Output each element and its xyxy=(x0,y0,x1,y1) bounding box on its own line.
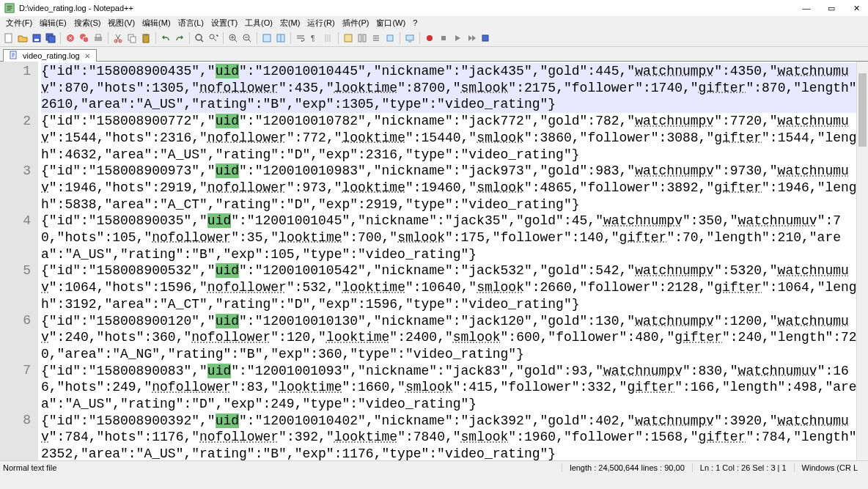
menu-item[interactable]: 语言(L) xyxy=(175,18,207,29)
record-macro-icon[interactable] xyxy=(424,32,435,44)
code-line[interactable]: {"id":"158008900435","uid":"120010010445… xyxy=(41,63,868,113)
menu-item[interactable]: 宏(M) xyxy=(277,18,304,29)
code-line[interactable]: {"id":"158008900772","uid":"120010010782… xyxy=(41,113,868,163)
close-all-icon[interactable] xyxy=(78,32,90,44)
code-line[interactable]: {"id":"158008900392","uid":"120010010402… xyxy=(41,413,868,460)
func-list-icon[interactable] xyxy=(370,32,382,44)
tab-file-icon xyxy=(10,51,18,61)
menu-item[interactable]: 编辑(M) xyxy=(139,18,174,29)
code-line[interactable]: {"id":"158008900973","uid":"120010010983… xyxy=(41,163,868,213)
svg-rect-24 xyxy=(345,34,352,42)
close-file-icon[interactable] xyxy=(65,32,76,44)
open-file-icon[interactable] xyxy=(17,32,29,44)
menu-item[interactable]: 工具(O) xyxy=(242,18,276,29)
menu-item[interactable]: 插件(P) xyxy=(339,18,372,29)
svg-point-17 xyxy=(196,34,202,40)
svg-rect-16 xyxy=(144,34,147,36)
tab-active[interactable]: video_rating.log ✕ xyxy=(3,49,97,62)
gutter: 123456789 xyxy=(0,62,38,460)
print-icon[interactable] xyxy=(92,32,104,44)
svg-rect-14 xyxy=(130,37,136,43)
menu-item[interactable]: 设置(T) xyxy=(208,18,240,29)
line-number: 3 xyxy=(0,163,31,213)
line-number: 4 xyxy=(0,213,31,262)
folder-tree-icon[interactable] xyxy=(384,32,396,44)
show-all-chars-icon[interactable]: ¶ xyxy=(309,32,320,44)
line-number: 5 xyxy=(0,262,31,312)
svg-text:¶: ¶ xyxy=(311,34,315,43)
app-icon xyxy=(4,3,15,13)
status-file-type: Normal text file xyxy=(3,463,562,472)
menu-item[interactable]: 窗口(W) xyxy=(373,18,408,29)
svg-point-11 xyxy=(114,40,117,43)
vertical-scrollbar[interactable] xyxy=(856,62,868,460)
save-all-icon[interactable] xyxy=(45,32,56,44)
wordwrap-icon[interactable] xyxy=(295,32,306,44)
code-area[interactable]: {"id":"158008900435","uid":"120010010445… xyxy=(38,62,868,460)
line-number: 1 xyxy=(0,63,31,113)
menubar: 文件(F)编辑(E)搜索(S)视图(V)编辑(M)语言(L)设置(T)工具(O)… xyxy=(0,16,868,29)
code-line[interactable]: {"id":"158008900532","uid":"120010010542… xyxy=(41,262,868,312)
paste-icon[interactable] xyxy=(140,32,152,44)
menu-item[interactable]: 文件(F) xyxy=(3,18,35,29)
sync-v-icon[interactable] xyxy=(261,32,273,44)
undo-icon[interactable] xyxy=(160,32,172,44)
svg-rect-3 xyxy=(34,39,39,41)
maximize-button[interactable]: ▭ xyxy=(827,4,836,12)
zoom-out-icon[interactable] xyxy=(241,32,253,44)
indent-guide-icon[interactable] xyxy=(323,32,334,44)
tab-close-icon[interactable]: ✕ xyxy=(84,52,90,60)
code-line[interactable]: {"id":"15800890035","uid":"12001001045",… xyxy=(41,213,868,262)
doc-map-icon[interactable] xyxy=(356,32,368,44)
play-macro-icon[interactable] xyxy=(452,32,463,44)
zoom-in-icon[interactable] xyxy=(227,32,239,44)
lang-icon[interactable] xyxy=(342,32,354,44)
menu-item[interactable]: 视图(V) xyxy=(105,18,138,29)
toolbar: ¶ xyxy=(0,29,868,47)
monitor-icon[interactable] xyxy=(404,32,416,44)
sync-h-icon[interactable] xyxy=(275,32,287,44)
menu-item[interactable]: ? xyxy=(410,18,420,27)
window-title: D:\video_rating.log - Notepad++ xyxy=(19,4,802,12)
copy-icon[interactable] xyxy=(126,32,138,44)
scrollbar-thumb[interactable] xyxy=(858,73,867,147)
code-line[interactable]: {"id":"15800890083","uid":"12001001093",… xyxy=(41,363,868,413)
svg-point-12 xyxy=(119,40,122,43)
new-file-icon[interactable] xyxy=(3,32,15,44)
redo-icon[interactable] xyxy=(174,32,185,44)
status-length: length : 24,500,644 lines : 90,00 xyxy=(562,463,692,472)
code-line[interactable]: {"id":"158008900120","uid":"120010010130… xyxy=(41,313,868,363)
svg-rect-1 xyxy=(5,34,12,43)
cut-icon[interactable] xyxy=(112,32,124,44)
svg-rect-5 xyxy=(48,36,55,43)
tabbar: video_rating.log ✕ xyxy=(0,47,868,62)
save-icon[interactable] xyxy=(31,32,43,44)
line-number: 8 xyxy=(0,412,31,460)
titlebar: D:\video_rating.log - Notepad++ — ▭ ✕ xyxy=(0,0,868,16)
svg-rect-30 xyxy=(441,36,446,40)
find-icon[interactable] xyxy=(194,32,205,44)
save-macro-icon[interactable] xyxy=(479,32,491,44)
svg-rect-27 xyxy=(387,35,393,41)
svg-point-8 xyxy=(83,37,89,43)
svg-rect-21 xyxy=(263,34,271,42)
line-number: 2 xyxy=(0,113,31,163)
svg-rect-10 xyxy=(96,34,100,37)
status-position: Ln : 1 Col : 26 Sel : 3 | 1 xyxy=(692,463,794,472)
stop-macro-icon[interactable] xyxy=(438,32,449,44)
svg-point-18 xyxy=(210,34,214,39)
minimize-button[interactable]: — xyxy=(802,4,811,12)
statusbar: Normal text file length : 24,500,644 lin… xyxy=(0,460,868,474)
menu-item[interactable]: 编辑(E) xyxy=(37,18,70,29)
svg-rect-26 xyxy=(363,34,366,42)
line-number: 7 xyxy=(0,362,31,412)
menu-item[interactable]: 搜索(S) xyxy=(71,18,104,29)
menu-item[interactable]: 运行(R) xyxy=(304,18,337,29)
status-encoding: Windows (CR L xyxy=(794,463,865,472)
replace-icon[interactable] xyxy=(207,32,219,44)
play-multi-icon[interactable] xyxy=(466,32,477,44)
svg-rect-28 xyxy=(406,35,413,40)
line-number: 6 xyxy=(0,312,31,362)
editor[interactable]: 123456789 {"id":"158008900435","uid":"12… xyxy=(0,62,868,460)
close-button[interactable]: ✕ xyxy=(852,4,861,12)
